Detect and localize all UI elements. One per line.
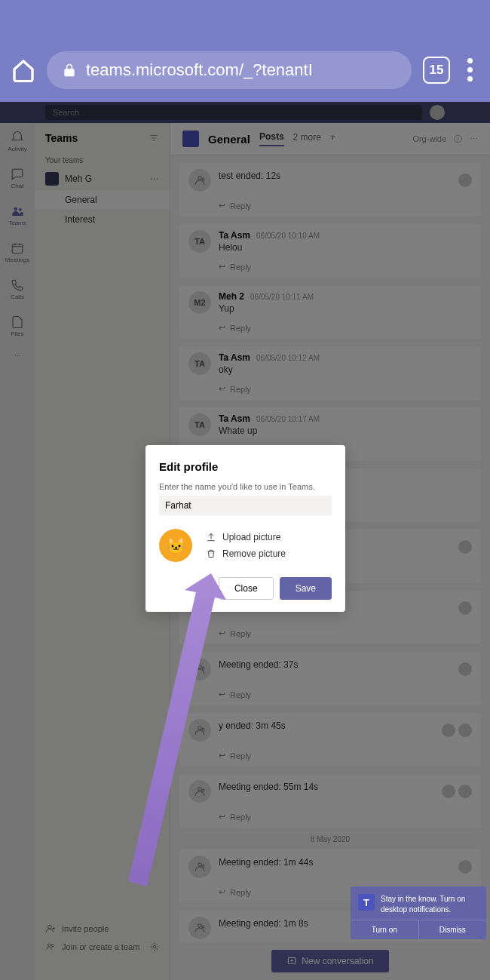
modal-desc: Enter the name you'd like to use in Team… xyxy=(159,482,332,491)
upload-icon xyxy=(206,532,216,542)
dismiss-button[interactable]: Dismiss xyxy=(419,920,487,939)
profile-avatar: 🐱 xyxy=(159,529,192,562)
url-bar[interactable]: teams.microsoft.com/_?tenantI xyxy=(47,51,412,89)
remove-picture-button[interactable]: Remove picture xyxy=(206,548,286,559)
url-text: teams.microsoft.com/_?tenantI xyxy=(86,60,313,80)
teams-logo-icon: T xyxy=(358,894,375,911)
name-input[interactable] xyxy=(159,496,332,515)
browser-chrome: teams.microsoft.com/_?tenantI 15 xyxy=(0,0,490,102)
modal-title: Edit profile xyxy=(159,460,332,473)
notification-text: Stay in the know. Turn on desktop notifi… xyxy=(381,894,479,915)
save-button[interactable]: Save xyxy=(280,577,332,600)
lock-icon xyxy=(62,63,77,78)
close-button[interactable]: Close xyxy=(219,577,274,600)
upload-picture-button[interactable]: Upload picture xyxy=(206,532,286,542)
home-icon[interactable] xyxy=(11,58,35,82)
desktop-notification-toast: T Stay in the know. Turn on desktop noti… xyxy=(351,886,486,939)
edit-profile-modal: Edit profile Enter the name you'd like t… xyxy=(145,445,345,612)
tab-count-button[interactable]: 15 xyxy=(423,57,450,84)
browser-menu-icon[interactable] xyxy=(461,58,479,81)
turn-on-button[interactable]: Turn on xyxy=(351,920,419,939)
trash-icon xyxy=(206,548,216,559)
